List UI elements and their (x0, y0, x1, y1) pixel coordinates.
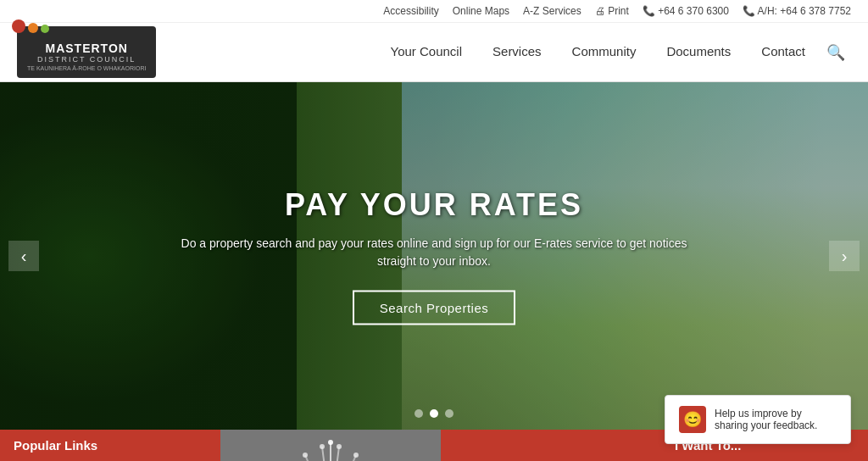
online-maps-link[interactable]: Online Maps (453, 5, 509, 17)
print-link[interactable]: 🖨 Print (595, 5, 629, 17)
nav-documents[interactable]: Documents (651, 23, 746, 82)
have-your-say-title: HAVE YOUR SAY ABOUT THE TOWN HALL (458, 458, 644, 461)
logo-maori-text: TE KAUNIHERA Ā-ROHE O WHAKAORIORI (27, 65, 146, 71)
phone1-link[interactable]: 📞 +64 6 370 6300 (643, 5, 729, 17)
have-your-say-panel: HAVE YOUR SAY ABOUT THE TOWN HALL (441, 430, 661, 461)
az-services-link[interactable]: A-Z Services (523, 5, 581, 17)
feedback-text: Help us improve by sharing your feedback… (715, 408, 837, 431)
hero-next-arrow[interactable]: › (829, 241, 860, 271)
popular-links-heading: Popular Links (0, 430, 220, 461)
svg-point-11 (353, 453, 359, 458)
hero-title: PAY YOUR RATES (180, 187, 688, 223)
nav-services[interactable]: Services (477, 23, 557, 82)
svg-point-10 (337, 444, 342, 449)
hero-content: PAY YOUR RATES Do a property search and … (180, 187, 688, 325)
nav-contact[interactable]: Contact (746, 23, 821, 82)
main-nav: MASTERTON DISTRICT COUNCIL TE KAUNIHERA … (0, 23, 868, 82)
middle-image-section (220, 430, 441, 461)
hero-dot-2[interactable] (430, 409, 438, 418)
nav-community[interactable]: Community (557, 23, 652, 82)
logo-circles (12, 19, 49, 33)
search-properties-button[interactable]: Search Properties (353, 291, 516, 325)
fountain-svg (220, 430, 441, 461)
accessibility-link[interactable]: Accessibility (383, 5, 438, 17)
logo-circle-green (41, 25, 49, 33)
logo-area: MASTERTON DISTRICT COUNCIL TE KAUNIHERA … (17, 26, 156, 78)
svg-point-7 (303, 453, 308, 458)
feedback-icon[interactable]: 😊 (679, 406, 706, 433)
hero-dot-1[interactable] (415, 409, 423, 418)
svg-point-8 (320, 444, 325, 449)
phone2-link[interactable]: 📞 A/H: +64 6 378 7752 (743, 5, 851, 17)
hero-dot-3[interactable] (445, 409, 453, 418)
utility-bar: Accessibility Online Maps A-Z Services 🖨… (0, 0, 868, 23)
logo-box[interactable]: MASTERTON DISTRICT COUNCIL TE KAUNIHERA … (17, 26, 156, 78)
fountain-image (220, 430, 441, 461)
logo-masterton-text: MASTERTON (46, 42, 128, 55)
logo-circle-orange (28, 23, 38, 33)
hero-subtitle: Do a property search and pay your rates … (180, 235, 688, 270)
nav-your-council[interactable]: Your Council (376, 23, 478, 82)
svg-point-9 (328, 440, 333, 445)
logo-circle-red (12, 19, 25, 33)
hero-dots (415, 409, 453, 418)
hero-section: PAY YOUR RATES Do a property search and … (0, 82, 868, 430)
logo-district-text: DISTRICT COUNCIL (37, 55, 136, 64)
popular-links-panel: Popular Links Water Wairarapa Combined D… (0, 430, 220, 461)
hero-prev-arrow[interactable]: ‹ (8, 241, 39, 271)
nav-links: Your Council Services Community Document… (376, 23, 851, 82)
search-icon[interactable]: 🔍 (821, 37, 851, 68)
feedback-popup: 😊 Help us improve by sharing your feedba… (665, 395, 851, 444)
